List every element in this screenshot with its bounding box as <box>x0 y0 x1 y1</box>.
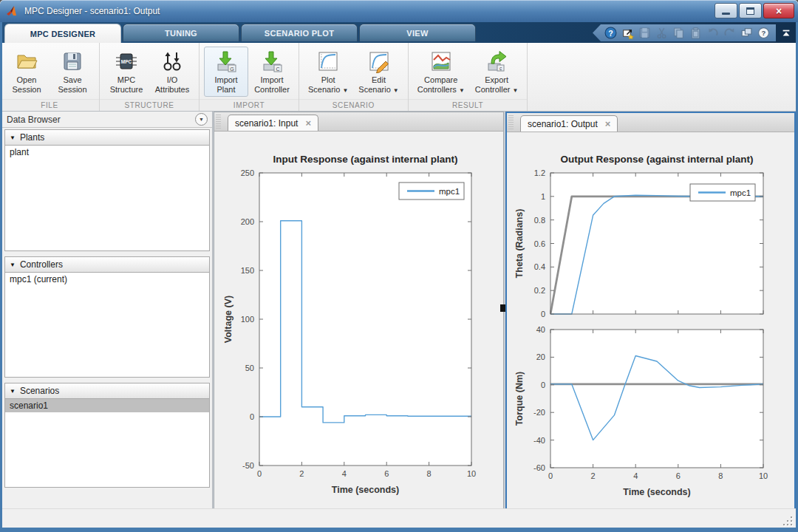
svg-text:C: C <box>276 66 279 72</box>
data-browser-menu-button[interactable]: ▼ <box>195 113 208 126</box>
paste-icon <box>689 27 702 39</box>
svg-text:1.2: 1.2 <box>534 168 545 177</box>
ribbon-tab-strip: MPC DESIGNERTUNINGSCENARIO PLOTVIEW <box>4 24 476 43</box>
resize-grip-icon[interactable] <box>783 516 792 525</box>
button-label: ImportPlant <box>214 75 237 95</box>
ribbon-tab-scenario-plot[interactable]: SCENARIO PLOT <box>241 24 358 41</box>
svg-text:50: 50 <box>245 364 254 372</box>
list-item-mpc1-current[interactable]: mpc1 (current) <box>5 273 209 286</box>
close-button[interactable]: × <box>763 3 794 18</box>
chevron-down-icon: ▼ <box>393 87 399 94</box>
open-figure-icon[interactable] <box>621 27 634 39</box>
main-area: Data Browser ▼ ▼Plantsplant▼Controllersm… <box>2 112 796 508</box>
ribbon-tab-view[interactable]: VIEW <box>359 24 476 41</box>
section-plants: ▼Plantsplant <box>4 129 210 251</box>
import-plant-button[interactable]: GImportPlant <box>204 47 248 97</box>
save-session-button[interactable]: SaveSession <box>50 47 95 97</box>
collapse-triangle-icon: ▼ <box>10 134 16 141</box>
window-border <box>0 22 2 528</box>
list-item-scenario1[interactable]: scenario1 <box>5 399 209 412</box>
collapse-ribbon-button[interactable] <box>779 26 794 41</box>
tab-scenario1-output[interactable]: scenario1: Output × <box>520 115 618 132</box>
section-controllers: ▼Controllersmpc1 (current) <box>4 256 210 378</box>
i-o-attributes-button[interactable]: I/OAttributes <box>150 47 194 97</box>
import-controller-icon: C <box>260 50 284 73</box>
svg-text:0: 0 <box>541 310 545 318</box>
svg-text:Input Response (against intern: Input Response (against internal plant) <box>273 154 458 165</box>
section-header-plants[interactable]: ▼Plants <box>4 129 210 146</box>
import-controller-button[interactable]: CImportController <box>250 47 294 97</box>
ribbon-group-buttons: PlotScenario▼EditScenario▼ <box>299 43 408 99</box>
save-icon <box>638 27 651 39</box>
data-browser-sections: ▼Plantsplant▼Controllersmpc1 (current)▼S… <box>2 129 212 488</box>
section-list-plants: plant <box>4 146 210 251</box>
svg-text:0: 0 <box>257 469 262 478</box>
svg-text:10: 10 <box>467 469 476 478</box>
ribbon-group-label: FILE <box>0 99 99 111</box>
window-border <box>0 528 798 532</box>
svg-text:8: 8 <box>718 471 723 480</box>
ribbon-tab-tuning[interactable]: TUNING <box>123 24 239 41</box>
input-tab-bar: scenario1: Input × <box>214 112 503 132</box>
panel-splitter-handle[interactable] <box>500 304 505 312</box>
svg-text:Output Response (against inter: Output Response (against internal plant) <box>560 154 753 165</box>
input-response-chart: 0246810-50050100150200250Input Response … <box>214 132 502 508</box>
help-icon[interactable]: ? <box>757 27 770 39</box>
export-controller-button[interactable]: cExportController▼ <box>471 47 523 98</box>
chevron-down-icon: ▼ <box>512 87 518 94</box>
quick-access-toolbar: ?? <box>593 24 776 41</box>
section-header-scenarios[interactable]: ▼Scenarios <box>4 383 210 399</box>
ribbon-toolbar: OpenSessionSaveSessionFILEMPCMPCStructur… <box>0 43 798 112</box>
data-browser-title: Data Browser <box>7 115 61 125</box>
svg-text:0.6: 0.6 <box>534 239 545 248</box>
input-tab-close-icon[interactable]: × <box>305 119 311 128</box>
copy-icon <box>672 27 685 39</box>
svg-text:0.2: 0.2 <box>534 286 545 295</box>
compare-controllers-button[interactable]: CompareControllers▼ <box>413 47 469 98</box>
svg-text:Time (seconds): Time (seconds) <box>623 487 690 497</box>
minimize-icon <box>722 13 730 15</box>
plot-scenario-button[interactable]: PlotScenario▼ <box>304 47 352 98</box>
tab-scenario1-input[interactable]: scenario1: Input × <box>228 115 318 131</box>
save-session-icon <box>61 50 84 73</box>
ribbon-tab-mpc-designer[interactable]: MPC DESIGNER <box>4 24 121 43</box>
mpc-structure-button[interactable]: MPCMPCStructure <box>104 47 149 97</box>
svg-text:MPC: MPC <box>121 59 132 64</box>
drag-grip-icon[interactable] <box>508 115 514 129</box>
input-tab-label: scenario1: Input <box>235 118 298 129</box>
minimize-button[interactable] <box>715 3 737 18</box>
export-controller-icon: c <box>485 50 508 73</box>
svg-text:Theta (Radians): Theta (Radians) <box>514 209 525 279</box>
list-item-plant[interactable]: plant <box>5 146 209 159</box>
collapse-ribbon-icon <box>781 28 791 38</box>
svg-text:6: 6 <box>384 469 389 478</box>
ribbon-tab-row: MPC DESIGNERTUNINGSCENARIO PLOTVIEW ?? <box>0 22 798 43</box>
windows-icon[interactable] <box>740 27 753 39</box>
edit-scenario-button[interactable]: EditScenario▼ <box>354 47 403 98</box>
open-session-button[interactable]: OpenSession <box>4 47 49 97</box>
svg-text:100: 100 <box>241 315 254 324</box>
output-tab-close-icon[interactable]: × <box>605 120 611 129</box>
mpc-structure-icon: MPC <box>115 50 138 73</box>
section-list-scenarios: scenario1 <box>4 399 210 488</box>
restore-button[interactable] <box>739 3 762 18</box>
button-label: EditScenario▼ <box>358 75 398 95</box>
help-badge-icon[interactable]: ? <box>604 27 617 39</box>
open-session-icon <box>15 50 38 73</box>
plot-scenario-icon <box>316 50 340 73</box>
svg-text:0: 0 <box>541 381 545 389</box>
chevron-down-icon: ▼ <box>342 87 348 94</box>
button-label: I/OAttributes <box>155 75 189 95</box>
close-icon: × <box>776 6 782 16</box>
section-label: Plants <box>20 132 44 143</box>
svg-text:1: 1 <box>541 192 545 201</box>
section-header-controllers[interactable]: ▼Controllers <box>4 256 210 273</box>
ribbon-group-structure: MPCMPCStructureI/OAttributesSTRUCTURE <box>100 43 200 111</box>
chevron-down-icon: ▼ <box>459 87 465 94</box>
section-label: Controllers <box>20 259 63 270</box>
svg-text:40: 40 <box>536 325 545 334</box>
svg-text:250: 250 <box>241 168 254 177</box>
svg-text:20: 20 <box>536 352 545 361</box>
ribbon-group-label: STRUCTURE <box>100 99 199 111</box>
drag-grip-icon[interactable] <box>216 115 221 129</box>
